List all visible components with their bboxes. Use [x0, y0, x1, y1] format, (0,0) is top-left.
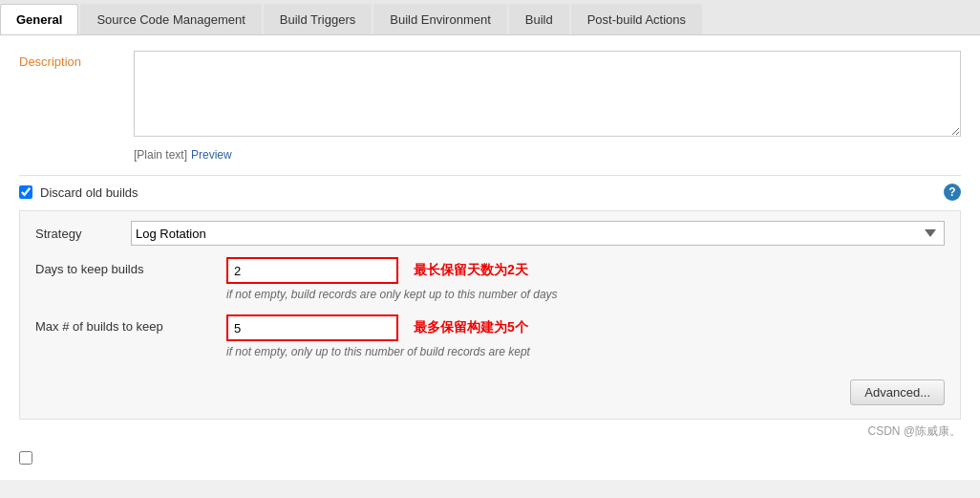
max-builds-row: Max # of builds to keep 最多保留构建为5个 [35, 314, 945, 341]
bottom-checkbox-row [19, 451, 961, 465]
description-label: Description [19, 51, 134, 69]
max-builds-hint: if not empty, only up to this number of … [226, 345, 945, 358]
bottom-checkbox[interactable] [19, 451, 32, 465]
preview-link[interactable]: Preview [191, 148, 232, 162]
help-icon[interactable]: ? [944, 184, 961, 201]
strategy-select[interactable]: Log Rotation Build Discarder [131, 221, 945, 246]
watermark: CSDN @陈威康。 [19, 420, 961, 444]
days-to-keep-input-area: 最长保留天数为2天 [226, 257, 945, 284]
days-to-keep-annotation: 最长保留天数为2天 [414, 262, 528, 279]
tab-build[interactable]: Build [509, 4, 569, 34]
discard-old-builds-label[interactable]: Discard old builds [40, 185, 138, 200]
advanced-row: Advanced... [35, 372, 945, 409]
main-content: Description [Plain text] Preview Discard… [0, 35, 980, 480]
tab-bar: General Source Code Management Build Tri… [0, 0, 980, 35]
max-builds-annotation: 最多保留构建为5个 [414, 319, 528, 336]
strategy-label: Strategy [35, 227, 131, 241]
days-to-keep-label: Days to keep builds [35, 257, 226, 276]
max-builds-label: Max # of builds to keep [35, 314, 226, 334]
max-builds-input-area: 最多保留构建为5个 [226, 314, 945, 341]
tab-general[interactable]: General [0, 4, 78, 34]
divider-1 [19, 175, 961, 176]
days-to-keep-hint: if not empty, build records are only kep… [226, 288, 945, 301]
tab-post-build-actions[interactable]: Post-build Actions [571, 4, 702, 34]
tab-build-triggers[interactable]: Build Triggers [264, 4, 372, 34]
days-to-keep-input[interactable] [226, 257, 398, 284]
plain-text-label: [Plain text] [134, 148, 187, 162]
max-builds-input[interactable] [226, 314, 398, 341]
discard-old-builds-checkbox[interactable] [19, 185, 32, 199]
advanced-button[interactable]: Advanced... [850, 379, 945, 405]
description-row: Description [19, 51, 961, 137]
tab-build-environment[interactable]: Build Environment [373, 4, 507, 34]
days-to-keep-row: Days to keep builds 最长保留天数为2天 [35, 257, 945, 284]
description-input[interactable] [134, 51, 961, 137]
tab-source-code-management[interactable]: Source Code Management [80, 4, 261, 34]
discard-old-builds-row: Discard old builds ? [19, 184, 961, 201]
strategy-section: Strategy Log Rotation Build Discarder Da… [19, 210, 961, 420]
plain-text-row: [Plain text] Preview [134, 148, 961, 162]
strategy-row: Strategy Log Rotation Build Discarder [35, 221, 945, 246]
discard-checkbox-group: Discard old builds [19, 185, 138, 200]
